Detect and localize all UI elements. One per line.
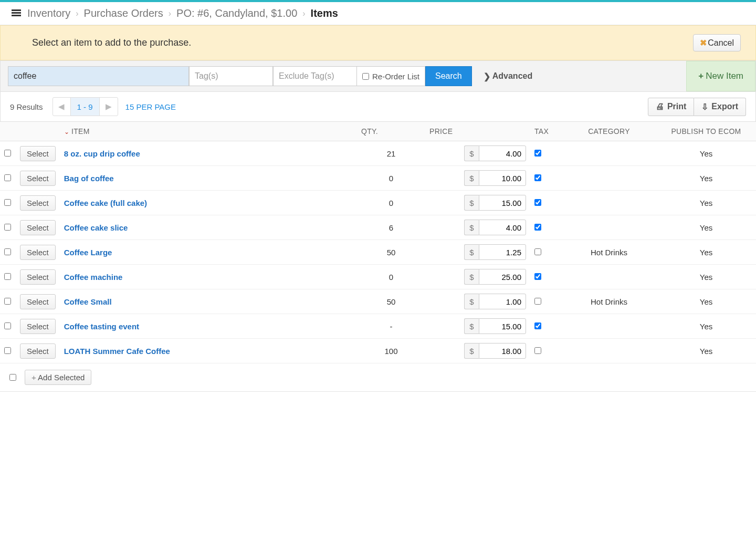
tax-checkbox[interactable] bbox=[534, 248, 541, 255]
exclude-tags-input[interactable] bbox=[273, 66, 357, 86]
tax-checkbox[interactable] bbox=[534, 347, 541, 354]
item-link[interactable]: Coffee cake slice bbox=[64, 223, 128, 232]
category-cell bbox=[562, 166, 656, 191]
col-tax[interactable]: TAX bbox=[530, 122, 562, 141]
table-row: Select8 oz. cup drip coffee21$Yes bbox=[0, 141, 756, 166]
breadcrumb-inventory[interactable]: Inventory bbox=[27, 7, 70, 19]
price-input[interactable] bbox=[479, 294, 526, 309]
row-checkbox[interactable] bbox=[4, 322, 11, 329]
table-row: SelectCoffee Large50$Hot DrinksYes bbox=[0, 240, 756, 265]
pager-range[interactable]: 1 - 9 bbox=[71, 98, 100, 116]
export-button[interactable]: ⇩Export bbox=[694, 98, 746, 116]
row-checkbox[interactable] bbox=[4, 248, 11, 255]
tax-checkbox[interactable] bbox=[534, 298, 541, 305]
per-page-select[interactable]: 15 PER PAGE bbox=[125, 102, 176, 111]
reorder-list-toggle[interactable]: Re-Order List bbox=[357, 66, 425, 86]
currency-icon: $ bbox=[464, 195, 479, 211]
row-checkbox[interactable] bbox=[4, 347, 11, 354]
col-category[interactable]: CATEGORY bbox=[562, 122, 656, 141]
price-input[interactable] bbox=[479, 220, 526, 235]
category-cell bbox=[562, 314, 656, 339]
reorder-checkbox[interactable] bbox=[362, 73, 369, 80]
row-checkbox[interactable] bbox=[4, 224, 11, 231]
item-link[interactable]: Coffee tasting event bbox=[64, 322, 139, 331]
price-input[interactable] bbox=[479, 269, 526, 285]
qty-cell: 0 bbox=[357, 265, 425, 289]
table-footer: + Add Selected bbox=[0, 363, 756, 392]
select-row-button[interactable]: Select bbox=[20, 319, 56, 334]
cancel-button[interactable]: ✖Cancel bbox=[693, 34, 741, 51]
pager-prev[interactable]: ◀ bbox=[53, 98, 71, 116]
qty-cell: 100 bbox=[357, 339, 425, 363]
col-qty[interactable]: QTY. bbox=[357, 122, 425, 141]
row-checkbox[interactable] bbox=[4, 273, 11, 280]
item-link[interactable]: Bag of coffee bbox=[64, 174, 114, 183]
tax-checkbox[interactable] bbox=[534, 224, 541, 231]
select-row-button[interactable]: Select bbox=[20, 220, 56, 235]
qty-cell: 50 bbox=[357, 289, 425, 314]
select-row-button[interactable]: Select bbox=[20, 294, 56, 309]
add-selected-button[interactable]: + Add Selected bbox=[25, 370, 91, 385]
select-row-button[interactable]: Select bbox=[20, 245, 56, 260]
tax-checkbox[interactable] bbox=[534, 273, 541, 280]
price-input[interactable] bbox=[479, 244, 526, 260]
price-input[interactable] bbox=[479, 343, 526, 359]
breadcrumb-current: Items bbox=[311, 7, 338, 19]
select-row-button[interactable]: Select bbox=[20, 343, 56, 359]
row-checkbox[interactable] bbox=[4, 174, 11, 181]
select-row-button[interactable]: Select bbox=[20, 146, 56, 161]
select-row-button[interactable]: Select bbox=[20, 195, 56, 211]
print-icon: 🖨 bbox=[656, 102, 664, 111]
price-input[interactable] bbox=[479, 145, 526, 161]
select-all-checkbox[interactable] bbox=[9, 374, 16, 381]
col-item[interactable]: ⌄ITEM bbox=[60, 122, 357, 141]
table-row: SelectCoffee cake slice6$Yes bbox=[0, 215, 756, 240]
pager-next[interactable]: ▶ bbox=[100, 98, 118, 116]
table-row: SelectBag of coffee0$Yes bbox=[0, 166, 756, 191]
breadcrumb: Inventory › Purchase Orders › PO: #6, Ca… bbox=[0, 2, 756, 25]
row-checkbox[interactable] bbox=[4, 298, 11, 305]
currency-icon: $ bbox=[464, 269, 479, 285]
tax-checkbox[interactable] bbox=[534, 174, 541, 181]
search-input[interactable] bbox=[8, 66, 189, 86]
select-row-button[interactable]: Select bbox=[20, 171, 56, 186]
col-price[interactable]: PRICE bbox=[425, 122, 530, 141]
price-input[interactable] bbox=[479, 170, 526, 186]
table-row: SelectCoffee cake (full cake)0$Yes bbox=[0, 191, 756, 215]
col-publish[interactable]: PUBLISH TO ECOM bbox=[656, 122, 756, 141]
item-link[interactable]: 8 oz. cup drip coffee bbox=[64, 149, 140, 158]
qty-cell: 0 bbox=[357, 166, 425, 191]
publish-cell: Yes bbox=[656, 215, 756, 240]
item-link[interactable]: Coffee machine bbox=[64, 273, 123, 282]
item-link[interactable]: Coffee Small bbox=[64, 297, 112, 306]
sort-asc-icon: ⌄ bbox=[64, 128, 69, 136]
menu-icon[interactable] bbox=[12, 9, 21, 17]
table-row: SelectLOATH Summer Cafe Coffee100$Yes bbox=[0, 339, 756, 363]
publish-cell: Yes bbox=[656, 240, 756, 265]
tax-checkbox[interactable] bbox=[534, 322, 541, 329]
reorder-label: Re-Order List bbox=[372, 72, 419, 81]
breadcrumb-po-detail[interactable]: PO: #6, Candyland, $1.00 bbox=[176, 7, 297, 19]
breadcrumb-purchase-orders[interactable]: Purchase Orders bbox=[84, 7, 163, 19]
row-checkbox[interactable] bbox=[4, 150, 11, 157]
item-link[interactable]: LOATH Summer Cafe Coffee bbox=[64, 347, 170, 356]
price-input[interactable] bbox=[479, 195, 526, 211]
row-checkbox[interactable] bbox=[4, 199, 11, 206]
tax-checkbox[interactable] bbox=[534, 199, 541, 206]
tax-checkbox[interactable] bbox=[534, 150, 541, 157]
category-cell bbox=[562, 339, 656, 363]
filter-bar: Re-Order List Search ❯ Advanced + New It… bbox=[0, 60, 756, 92]
print-button[interactable]: 🖨Print bbox=[648, 98, 694, 116]
new-item-button[interactable]: + New Item bbox=[686, 61, 755, 91]
search-button[interactable]: Search bbox=[425, 66, 472, 86]
export-icon: ⇩ bbox=[701, 102, 708, 112]
item-link[interactable]: Coffee Large bbox=[64, 248, 112, 257]
tags-input[interactable] bbox=[189, 66, 273, 86]
publish-cell: Yes bbox=[656, 314, 756, 339]
price-input[interactable] bbox=[479, 318, 526, 334]
item-link[interactable]: Coffee cake (full cake) bbox=[64, 199, 147, 207]
select-row-button[interactable]: Select bbox=[20, 269, 56, 285]
advanced-toggle[interactable]: ❯ Advanced bbox=[484, 71, 532, 81]
results-toolbar: 9 Results ◀ 1 - 9 ▶ 15 PER PAGE 🖨Print ⇩… bbox=[0, 92, 756, 122]
qty-cell: 0 bbox=[357, 191, 425, 215]
